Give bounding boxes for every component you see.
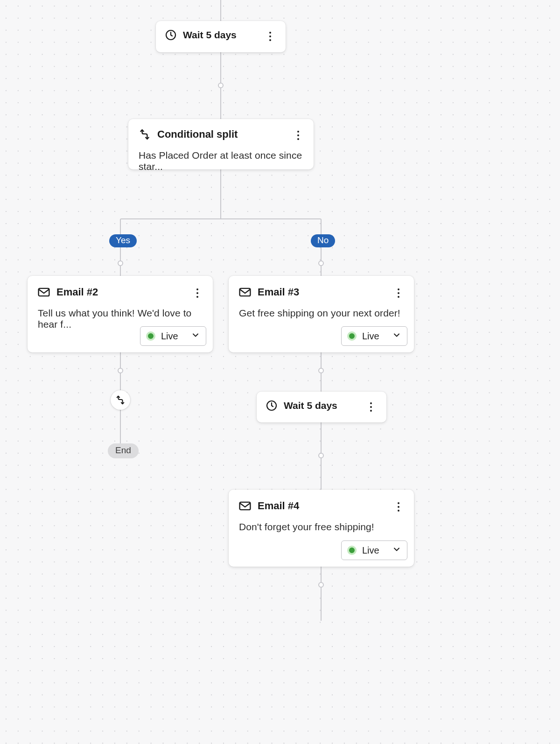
- mail-icon: [38, 288, 50, 297]
- rejoin-node[interactable]: [111, 390, 130, 410]
- more-menu-button[interactable]: [364, 400, 378, 414]
- mail-icon: [239, 288, 251, 297]
- connector-dot: [318, 582, 324, 588]
- more-menu-button[interactable]: [291, 128, 305, 142]
- connector-dot: [218, 83, 224, 88]
- chevron-down-icon: [392, 545, 401, 556]
- clock-icon: [165, 29, 176, 41]
- status-label: Live: [362, 545, 379, 556]
- wait-node-1[interactable]: Wait 5 days: [156, 21, 286, 52]
- chevron-down-icon: [392, 330, 401, 342]
- svg-rect-13: [240, 502, 251, 510]
- email-node-2[interactable]: Email #2 Tell us what you think! We'd lo…: [28, 276, 213, 352]
- connector-dot: [318, 453, 324, 458]
- status-dropdown[interactable]: Live: [140, 326, 206, 346]
- clock-icon: [266, 400, 277, 411]
- svg-rect-11: [240, 288, 251, 296]
- end-node: End: [108, 443, 139, 458]
- email-node-3[interactable]: Email #3 Get free shipping on your next …: [229, 276, 414, 352]
- status-label: Live: [362, 331, 379, 342]
- connectors: [0, 0, 560, 744]
- svg-rect-10: [39, 288, 49, 296]
- mail-icon: [239, 501, 251, 511]
- split-icon: [139, 128, 151, 140]
- more-menu-button[interactable]: [263, 29, 277, 43]
- status-dropdown[interactable]: Live: [341, 540, 407, 560]
- wait-node-2[interactable]: Wait 5 days: [257, 392, 386, 422]
- split-description: Has Placed Order at least once since sta…: [139, 150, 303, 172]
- more-menu-button[interactable]: [392, 500, 406, 514]
- live-status-icon: [146, 331, 155, 341]
- conditional-split-node[interactable]: Conditional split Has Placed Order at le…: [128, 119, 314, 169]
- connector-dot: [318, 260, 324, 266]
- status-label: Live: [161, 331, 178, 342]
- split-icon: [115, 395, 126, 405]
- wait-label: Wait 5 days: [183, 29, 237, 41]
- connector-dot: [118, 368, 123, 373]
- email-description: Don't forget your free shipping!: [239, 521, 404, 533]
- branch-label-no: No: [311, 234, 335, 247]
- chevron-down-icon: [191, 330, 200, 342]
- branch-label-yes: Yes: [109, 234, 137, 247]
- email-title: Email #2: [56, 286, 98, 298]
- connector-dot: [118, 260, 123, 266]
- more-menu-button[interactable]: [392, 286, 406, 300]
- split-title: Conditional split: [157, 128, 238, 140]
- live-status-icon: [347, 546, 357, 555]
- more-menu-button[interactable]: [190, 286, 204, 300]
- email-description: Get free shipping on your next order!: [239, 308, 404, 319]
- live-status-icon: [347, 331, 357, 341]
- wait-label: Wait 5 days: [284, 400, 337, 411]
- connector-dot: [318, 368, 324, 373]
- status-dropdown[interactable]: Live: [341, 326, 407, 346]
- email-node-4[interactable]: Email #4 Don't forget your free shipping…: [229, 490, 414, 567]
- flow-canvas[interactable]: Wait 5 days Conditional split Has Placed…: [0, 0, 560, 744]
- email-title: Email #3: [258, 286, 299, 298]
- email-title: Email #4: [258, 500, 299, 512]
